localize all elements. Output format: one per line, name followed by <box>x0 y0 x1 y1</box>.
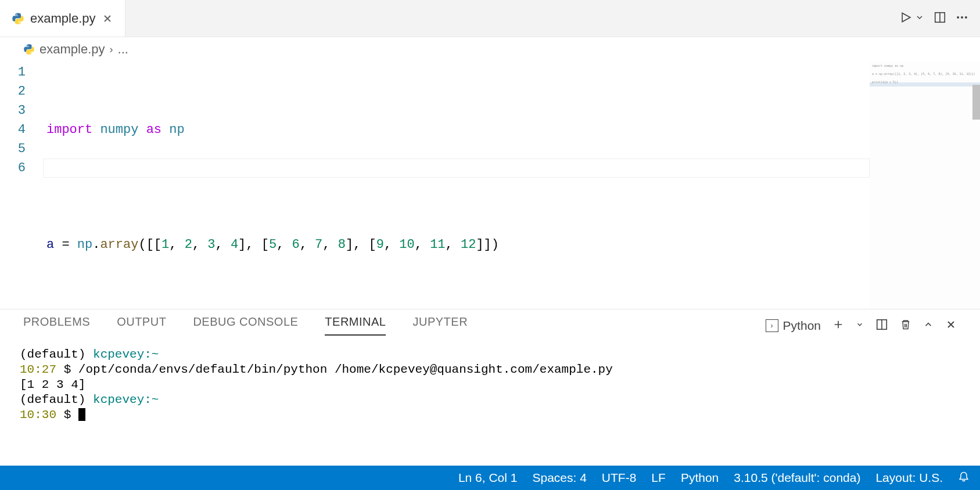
terminal-cursor <box>78 408 85 421</box>
close-panel-icon[interactable] <box>945 319 957 333</box>
breadcrumb[interactable]: example.py › ... <box>0 37 980 62</box>
tab-bar-left: example.py <box>0 0 125 37</box>
line-number[interactable]: 2 <box>0 82 26 101</box>
run-group <box>900 11 924 26</box>
trash-icon[interactable] <box>900 319 911 333</box>
panel-tabs-left: PROBLEMS OUTPUT DEBUG CONSOLE TERMINAL J… <box>23 315 468 336</box>
split-terminal-icon[interactable] <box>875 318 888 333</box>
line-numbers: 1 2 3 4 5 6 <box>0 62 46 309</box>
run-icon[interactable] <box>900 11 913 26</box>
panel: PROBLEMS OUTPUT DEBUG CONSOLE TERMINAL J… <box>0 309 980 466</box>
line-number[interactable]: 6 <box>0 158 26 178</box>
terminal-type-label: Python <box>783 319 821 333</box>
current-line-highlight <box>43 158 870 178</box>
editor-container: 1 2 3 4 5 6 import numpy as np a = np.ar… <box>0 62 980 309</box>
chevron-right-icon: › <box>110 44 113 56</box>
tab-jupyter[interactable]: JUPYTER <box>412 315 468 336</box>
line-number[interactable]: 3 <box>0 101 26 120</box>
status-encoding[interactable]: UTF-8 <box>602 471 637 485</box>
tab-problems[interactable]: PROBLEMS <box>23 315 90 336</box>
tab-terminal[interactable]: TERMINAL <box>325 315 386 336</box>
minimap-line: import numpy as np <box>872 64 978 68</box>
panel-tabs-right: › Python <box>766 318 957 333</box>
chevron-down-icon[interactable] <box>856 320 864 331</box>
breadcrumb-extra: ... <box>118 42 128 57</box>
minimap-line <box>872 68 978 72</box>
chevron-down-icon[interactable] <box>915 13 924 24</box>
code-line[interactable] <box>46 293 870 309</box>
terminal-type-selector[interactable]: › Python <box>766 319 821 333</box>
split-editor-icon[interactable] <box>934 11 946 26</box>
line-number[interactable]: 4 <box>0 120 26 139</box>
minimap-line: a = np.array([[1, 2, 3, 4], [5, 6, 7, 8]… <box>872 72 978 76</box>
status-bar: Ln 6, Col 1 Spaces: 4 UTF-8 LF Python 3.… <box>0 466 980 490</box>
python-icon <box>23 44 35 55</box>
chevron-up-icon[interactable] <box>923 319 934 332</box>
status-layout[interactable]: Layout: U.S. <box>875 471 943 485</box>
tab-debug-console[interactable]: DEBUG CONSOLE <box>193 315 298 336</box>
breadcrumb-filename: example.py <box>40 42 105 57</box>
code-area[interactable]: import numpy as np a = np.array([[1, 2, … <box>46 62 870 309</box>
svg-point-3 <box>961 16 963 19</box>
status-spaces[interactable]: Spaces: 4 <box>532 471 586 485</box>
code-line[interactable]: import numpy as np <box>46 120 870 139</box>
svg-point-2 <box>957 16 959 19</box>
tab-bar-right <box>900 11 980 26</box>
new-terminal-icon[interactable] <box>832 319 844 333</box>
status-position[interactable]: Ln 6, Col 1 <box>458 471 518 485</box>
line-number[interactable]: 5 <box>0 139 26 158</box>
minimap[interactable]: import numpy as np a = np.array([[1, 2, … <box>870 62 980 309</box>
minimap-highlight <box>870 82 980 87</box>
tab-output[interactable]: OUTPUT <box>117 315 166 336</box>
code-line[interactable]: a = np.array([[1, 2, 3, 4], [5, 6, 7, 8]… <box>46 235 870 254</box>
editor-tab[interactable]: example.py <box>0 0 125 37</box>
terminal-body[interactable]: (default) kcpevey:~ 10:27 $ /opt/conda/e… <box>0 336 980 466</box>
minimap-scrollbar[interactable] <box>972 85 980 120</box>
bell-icon[interactable] <box>958 471 970 485</box>
status-language[interactable]: Python <box>681 471 719 485</box>
status-eol[interactable]: LF <box>651 471 666 485</box>
more-icon[interactable] <box>956 11 968 26</box>
python-icon <box>12 12 24 25</box>
close-icon[interactable] <box>102 13 113 24</box>
panel-tabs: PROBLEMS OUTPUT DEBUG CONSOLE TERMINAL J… <box>0 309 980 336</box>
editor-main: 1 2 3 4 5 6 import numpy as np a = np.ar… <box>0 62 870 309</box>
terminal-shell-icon: › <box>766 319 778 332</box>
status-interpreter[interactable]: 3.10.5 ('default': conda) <box>734 471 860 485</box>
tab-bar: example.py <box>0 0 980 37</box>
minimap-line <box>872 76 978 80</box>
line-number[interactable]: 1 <box>0 63 26 82</box>
code-line[interactable] <box>46 178 870 197</box>
tab-label: example.py <box>30 11 96 26</box>
svg-point-4 <box>965 16 967 19</box>
